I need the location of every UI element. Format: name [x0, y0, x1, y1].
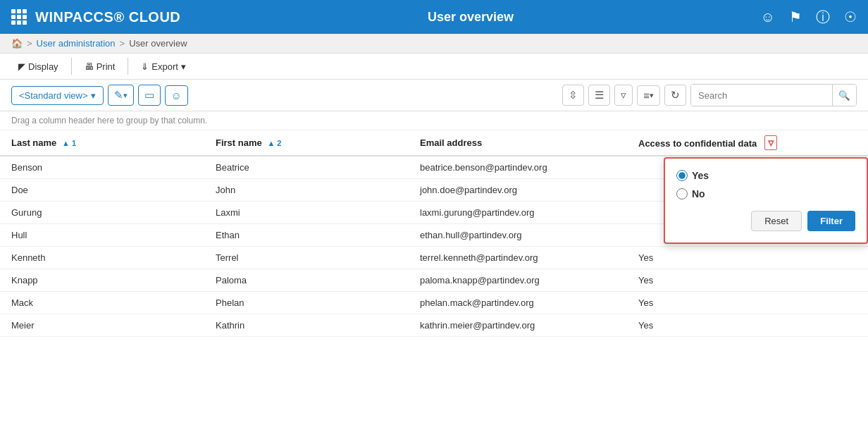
- breadcrumb-user-admin[interactable]: User administration: [37, 38, 116, 49]
- columns-icon: ▭: [144, 89, 154, 102]
- lastname-label: Last name: [11, 137, 56, 148]
- list-button[interactable]: ☰: [588, 85, 610, 106]
- brand-title: WINPACCS® CLOUD: [35, 9, 180, 25]
- toolbar-separator: [71, 58, 72, 75]
- filter-no-row: No: [676, 188, 855, 199]
- table-row: MeierKathrinkathrin.meier@partindev.orgY…: [0, 314, 868, 337]
- cell-email-2: laxmi.gurung@partindev.org: [409, 202, 627, 224]
- list-icon: ☰: [595, 89, 604, 102]
- grid-toolbar: <Standard view> ▾ ✎ ▾ ▭ ☺ ⇳ ☰ ▿ ≡ ▾ ↻ 🔍: [0, 80, 868, 111]
- user-button[interactable]: ☺: [165, 85, 188, 106]
- table-header-row: Last name ▲ 1 First name ▲ 2 Email addre…: [0, 130, 868, 156]
- view-dropdown[interactable]: <Standard view> ▾: [11, 86, 104, 105]
- filter-actions: Reset Filter: [676, 211, 855, 231]
- profile-icon[interactable]: ☉: [844, 8, 857, 25]
- cell-email-7: kathrin.meier@partindev.org: [409, 314, 627, 337]
- col-header-firstname[interactable]: First name ▲ 2: [204, 130, 409, 156]
- table-row: KennethTerrelterrel.kenneth@partindev.or…: [0, 247, 868, 269]
- col-header-access: Access to confidential data ▿ Yes: [627, 130, 868, 156]
- dropdown-arrow-icon: ▾: [91, 90, 96, 101]
- refresh-icon: ↻: [671, 89, 680, 102]
- page-title: User overview: [180, 10, 760, 25]
- cell-lastname-5: Knapp: [0, 269, 204, 292]
- sort-icon: ⇳: [569, 89, 578, 102]
- filter-popup: Yes No Reset Filter: [664, 157, 868, 244]
- cell-lastname-7: Meier: [0, 314, 204, 337]
- edit-dropdown-icon: ▾: [123, 91, 128, 100]
- group-icon: ≡: [643, 90, 650, 102]
- cell-email-3: ethan.hull@partindev.org: [409, 224, 627, 247]
- col-header-lastname[interactable]: Last name ▲ 1: [0, 130, 204, 156]
- group-button[interactable]: ≡ ▾: [637, 85, 660, 106]
- data-table: Last name ▲ 1 First name ▲ 2 Email addre…: [0, 130, 868, 337]
- table-row: MackPhelanphelan.mack@partindev.orgYes: [0, 292, 868, 314]
- columns-button[interactable]: ▭: [138, 85, 161, 106]
- cell-firstname-6: Phelan: [204, 292, 409, 314]
- filter-no-radio[interactable]: [676, 188, 688, 199]
- access-label: Access to confidential data: [638, 138, 757, 149]
- person-icon[interactable]: ☺: [761, 9, 775, 25]
- home-icon[interactable]: 🏠: [11, 38, 23, 49]
- cell-lastname-4: Kenneth: [0, 247, 204, 269]
- action-toolbar: ◤ Display 🖶 Print ⇓ Export ▾: [0, 54, 868, 80]
- cell-access-5: Yes: [627, 269, 868, 292]
- cell-lastname-6: Mack: [0, 292, 204, 314]
- flag-icon[interactable]: ⚑: [789, 8, 802, 25]
- cell-lastname-3: Hull: [0, 224, 204, 247]
- display-icon: ◤: [18, 61, 25, 72]
- filter-apply-button[interactable]: Filter: [807, 211, 855, 231]
- table-wrapper: Last name ▲ 1 First name ▲ 2 Email addre…: [0, 130, 868, 337]
- breadcrumb-current: User overview: [129, 38, 187, 49]
- breadcrumb-sep1: >: [27, 38, 32, 49]
- edit-icon: ✎: [114, 89, 123, 102]
- cell-firstname-7: Kathrin: [204, 314, 409, 337]
- search-icon: 🔍: [838, 90, 850, 101]
- sort-button[interactable]: ⇳: [562, 85, 584, 106]
- filter-no-label[interactable]: No: [676, 188, 705, 199]
- cell-email-4: terrel.kenneth@partindev.org: [409, 247, 627, 269]
- export-icon: ⇓: [141, 61, 149, 72]
- search-input[interactable]: [691, 85, 832, 106]
- print-button[interactable]: 🖶 Print: [78, 59, 123, 75]
- filter-yes-radio[interactable]: [676, 170, 688, 181]
- user-icon: ☺: [171, 90, 182, 102]
- filter-button[interactable]: ▿: [614, 85, 633, 106]
- filter-yes-row: Yes: [676, 170, 855, 181]
- breadcrumb-sep2: >: [120, 38, 125, 49]
- group-dropdown-icon: ▾: [650, 91, 654, 100]
- table-row: KnappPalomapaloma.knapp@partindev.orgYes: [0, 269, 868, 292]
- cell-firstname-3: Ethan: [204, 224, 409, 247]
- toolbar-separator2: [128, 58, 128, 75]
- help-icon[interactable]: ⓘ: [816, 8, 830, 27]
- header-icons: ☺ ⚑ ⓘ ☉: [761, 8, 857, 27]
- email-label: Email address: [420, 137, 482, 148]
- search-area: 🔍: [690, 84, 857, 106]
- search-button[interactable]: 🔍: [832, 85, 856, 106]
- reset-button[interactable]: Reset: [751, 211, 802, 231]
- breadcrumb: 🏠 > User administration > User overview: [0, 34, 868, 54]
- cell-lastname-1: Doe: [0, 179, 204, 202]
- cell-access-6: Yes: [627, 292, 868, 314]
- cell-email-5: paloma.knapp@partindev.org: [409, 269, 627, 292]
- cell-firstname-4: Terrel: [204, 247, 409, 269]
- cell-email-6: phelan.mack@partindev.org: [409, 292, 627, 314]
- cell-firstname-0: Beatrice: [204, 156, 409, 179]
- drag-hint: Drag a column header here to group by th…: [0, 111, 868, 130]
- col-header-email[interactable]: Email address: [409, 130, 627, 156]
- app-grid-icon[interactable]: [11, 9, 27, 25]
- display-button[interactable]: ◤ Display: [11, 59, 66, 75]
- edit-button[interactable]: ✎ ▾: [108, 85, 134, 106]
- cell-email-0: beatrice.benson@partindev.org: [409, 156, 627, 179]
- print-icon: 🖶: [85, 61, 94, 72]
- access-filter-icon[interactable]: ▿: [764, 135, 777, 150]
- export-button[interactable]: ⇓ Export ▾: [134, 59, 193, 75]
- cell-firstname-1: John: [204, 179, 409, 202]
- filter-icon: ▿: [621, 89, 626, 102]
- filter-yes-label[interactable]: Yes: [676, 170, 709, 181]
- firstname-sort-icon: ▲ 2: [267, 139, 281, 147]
- cell-firstname-2: Laxmi: [204, 202, 409, 224]
- cell-lastname-2: Gurung: [0, 202, 204, 224]
- export-dropdown-icon: ▾: [181, 61, 186, 72]
- refresh-button[interactable]: ↻: [664, 85, 686, 106]
- cell-lastname-0: Benson: [0, 156, 204, 179]
